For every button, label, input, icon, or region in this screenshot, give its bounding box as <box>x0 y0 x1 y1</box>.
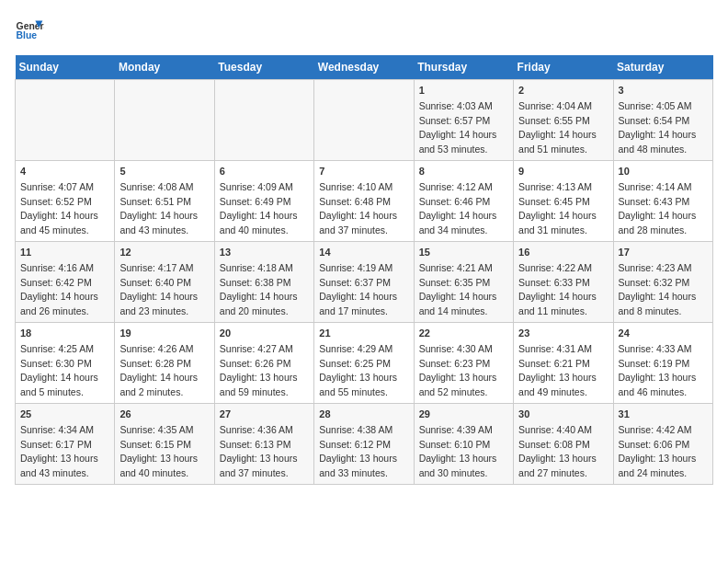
calendar-cell: 16Sunrise: 4:22 AM Sunset: 6:33 PM Dayli… <box>514 242 613 323</box>
day-number: 16 <box>518 246 608 259</box>
day-info: Sunrise: 4:31 AM Sunset: 6:21 PM Dayligh… <box>518 343 597 396</box>
day-number: 5 <box>119 165 209 178</box>
calendar-cell: 29Sunrise: 4:39 AM Sunset: 6:10 PM Dayli… <box>414 404 513 485</box>
calendar-cell: 13Sunrise: 4:18 AM Sunset: 6:38 PM Dayli… <box>214 242 313 323</box>
day-number: 9 <box>518 165 608 178</box>
calendar-cell: 30Sunrise: 4:40 AM Sunset: 6:08 PM Dayli… <box>514 404 613 485</box>
calendar-week-row: 4Sunrise: 4:07 AM Sunset: 6:52 PM Daylig… <box>16 161 713 242</box>
calendar-cell: 5Sunrise: 4:08 AM Sunset: 6:51 PM Daylig… <box>115 161 214 242</box>
day-number: 4 <box>20 165 109 178</box>
calendar-cell: 12Sunrise: 4:17 AM Sunset: 6:40 PM Dayli… <box>115 242 214 323</box>
calendar-cell: 18Sunrise: 4:25 AM Sunset: 6:30 PM Dayli… <box>16 323 115 404</box>
calendar-week-row: 1Sunrise: 4:03 AM Sunset: 6:57 PM Daylig… <box>16 80 713 161</box>
day-number: 11 <box>20 246 109 259</box>
calendar-cell: 14Sunrise: 4:19 AM Sunset: 6:37 PM Dayli… <box>314 242 414 323</box>
calendar-cell <box>214 80 313 161</box>
calendar-cell: 26Sunrise: 4:35 AM Sunset: 6:15 PM Dayli… <box>115 404 214 485</box>
day-number: 17 <box>619 246 708 259</box>
logo-icon: General Blue <box>15 15 44 44</box>
day-of-week-header: Saturday <box>613 55 712 80</box>
calendar-week-row: 18Sunrise: 4:25 AM Sunset: 6:30 PM Dayli… <box>16 323 713 404</box>
calendar-cell: 6Sunrise: 4:09 AM Sunset: 6:49 PM Daylig… <box>214 161 313 242</box>
calendar-cell: 19Sunrise: 4:26 AM Sunset: 6:28 PM Dayli… <box>115 323 214 404</box>
day-number: 7 <box>319 165 408 178</box>
day-info: Sunrise: 4:33 AM Sunset: 6:19 PM Dayligh… <box>619 343 697 396</box>
day-number: 31 <box>619 408 708 421</box>
day-number: 19 <box>119 327 209 340</box>
calendar-cell: 31Sunrise: 4:42 AM Sunset: 6:06 PM Dayli… <box>613 404 712 485</box>
logo: General Blue <box>15 15 44 44</box>
calendar-cell: 22Sunrise: 4:30 AM Sunset: 6:23 PM Dayli… <box>414 323 513 404</box>
day-of-week-header: Friday <box>514 55 613 80</box>
day-info: Sunrise: 4:18 AM Sunset: 6:38 PM Dayligh… <box>220 262 298 316</box>
day-number: 25 <box>20 408 109 421</box>
calendar-cell <box>16 80 115 161</box>
day-info: Sunrise: 4:03 AM Sunset: 6:57 PM Dayligh… <box>419 100 497 154</box>
calendar-cell: 27Sunrise: 4:36 AM Sunset: 6:13 PM Dayli… <box>214 404 313 485</box>
day-info: Sunrise: 4:36 AM Sunset: 6:13 PM Dayligh… <box>220 424 298 477</box>
day-info: Sunrise: 4:39 AM Sunset: 6:10 PM Dayligh… <box>419 424 497 477</box>
day-number: 15 <box>419 246 508 259</box>
day-info: Sunrise: 4:08 AM Sunset: 6:51 PM Dayligh… <box>119 181 198 235</box>
calendar-cell: 8Sunrise: 4:12 AM Sunset: 6:46 PM Daylig… <box>414 161 513 242</box>
day-number: 28 <box>319 408 408 421</box>
day-number: 26 <box>119 408 209 421</box>
day-number: 8 <box>419 165 508 178</box>
calendar-cell: 24Sunrise: 4:33 AM Sunset: 6:19 PM Dayli… <box>613 323 712 404</box>
day-info: Sunrise: 4:21 AM Sunset: 6:35 PM Dayligh… <box>419 262 497 316</box>
day-number: 18 <box>20 327 109 340</box>
day-of-week-header: Tuesday <box>214 55 313 80</box>
calendar-cell: 23Sunrise: 4:31 AM Sunset: 6:21 PM Dayli… <box>514 323 613 404</box>
calendar-cell: 10Sunrise: 4:14 AM Sunset: 6:43 PM Dayli… <box>613 161 712 242</box>
day-info: Sunrise: 4:17 AM Sunset: 6:40 PM Dayligh… <box>119 262 198 316</box>
day-number: 30 <box>518 408 608 421</box>
day-info: Sunrise: 4:23 AM Sunset: 6:32 PM Dayligh… <box>619 262 697 316</box>
day-of-week-header: Monday <box>115 55 214 80</box>
day-info: Sunrise: 4:42 AM Sunset: 6:06 PM Dayligh… <box>619 424 697 477</box>
calendar-cell: 1Sunrise: 4:03 AM Sunset: 6:57 PM Daylig… <box>414 80 513 161</box>
day-info: Sunrise: 4:10 AM Sunset: 6:48 PM Dayligh… <box>319 181 397 235</box>
calendar-cell: 28Sunrise: 4:38 AM Sunset: 6:12 PM Dayli… <box>314 404 414 485</box>
day-info: Sunrise: 4:38 AM Sunset: 6:12 PM Dayligh… <box>319 424 397 477</box>
day-of-week-header: Thursday <box>414 55 513 80</box>
day-info: Sunrise: 4:22 AM Sunset: 6:33 PM Dayligh… <box>518 262 597 316</box>
day-number: 12 <box>119 246 209 259</box>
calendar-header-row: SundayMondayTuesdayWednesdayThursdayFrid… <box>16 55 713 80</box>
svg-text:Blue: Blue <box>17 30 38 40</box>
day-info: Sunrise: 4:19 AM Sunset: 6:37 PM Dayligh… <box>319 262 397 316</box>
calendar-cell: 25Sunrise: 4:34 AM Sunset: 6:17 PM Dayli… <box>16 404 115 485</box>
day-info: Sunrise: 4:29 AM Sunset: 6:25 PM Dayligh… <box>319 343 397 396</box>
day-info: Sunrise: 4:40 AM Sunset: 6:08 PM Dayligh… <box>518 424 597 477</box>
day-number: 21 <box>319 327 408 340</box>
calendar-cell <box>115 80 214 161</box>
day-number: 6 <box>220 165 309 178</box>
day-number: 14 <box>319 246 408 259</box>
day-info: Sunrise: 4:13 AM Sunset: 6:45 PM Dayligh… <box>518 181 597 235</box>
day-info: Sunrise: 4:30 AM Sunset: 6:23 PM Dayligh… <box>419 343 497 396</box>
day-number: 22 <box>419 327 508 340</box>
day-number: 10 <box>619 165 708 178</box>
calendar-cell: 3Sunrise: 4:05 AM Sunset: 6:54 PM Daylig… <box>613 80 712 161</box>
day-info: Sunrise: 4:07 AM Sunset: 6:52 PM Dayligh… <box>20 181 98 235</box>
calendar-cell: 11Sunrise: 4:16 AM Sunset: 6:42 PM Dayli… <box>16 242 115 323</box>
calendar-cell <box>314 80 414 161</box>
calendar-cell: 4Sunrise: 4:07 AM Sunset: 6:52 PM Daylig… <box>16 161 115 242</box>
day-number: 3 <box>619 84 708 98</box>
day-info: Sunrise: 4:16 AM Sunset: 6:42 PM Dayligh… <box>20 262 98 316</box>
calendar-cell: 7Sunrise: 4:10 AM Sunset: 6:48 PM Daylig… <box>314 161 414 242</box>
day-number: 1 <box>419 84 508 98</box>
calendar-cell: 2Sunrise: 4:04 AM Sunset: 6:55 PM Daylig… <box>514 80 613 161</box>
calendar-cell: 21Sunrise: 4:29 AM Sunset: 6:25 PM Dayli… <box>314 323 414 404</box>
day-info: Sunrise: 4:34 AM Sunset: 6:17 PM Dayligh… <box>20 424 98 477</box>
calendar-table: SundayMondayTuesdayWednesdayThursdayFrid… <box>15 55 713 485</box>
day-info: Sunrise: 4:05 AM Sunset: 6:54 PM Dayligh… <box>619 100 697 154</box>
day-number: 23 <box>518 327 608 340</box>
calendar-cell: 15Sunrise: 4:21 AM Sunset: 6:35 PM Dayli… <box>414 242 513 323</box>
day-info: Sunrise: 4:14 AM Sunset: 6:43 PM Dayligh… <box>619 181 697 235</box>
day-of-week-header: Sunday <box>16 55 115 80</box>
day-number: 24 <box>619 327 708 340</box>
day-number: 27 <box>220 408 309 421</box>
calendar-cell: 9Sunrise: 4:13 AM Sunset: 6:45 PM Daylig… <box>514 161 613 242</box>
day-info: Sunrise: 4:35 AM Sunset: 6:15 PM Dayligh… <box>119 424 198 477</box>
day-number: 13 <box>220 246 309 259</box>
